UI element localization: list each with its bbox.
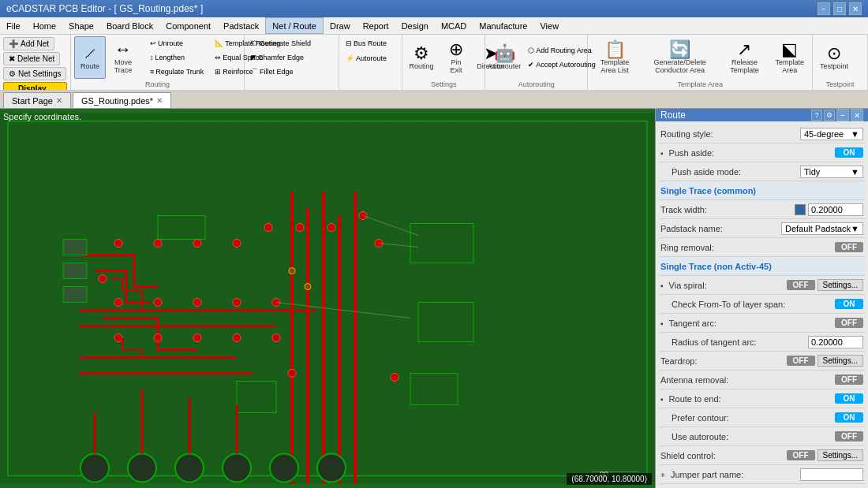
push-aside-row: ▪ Push aside: ON [659, 143, 865, 162]
display-nets-button[interactable]: ◉ Display Nets [3, 82, 67, 91]
svg-point-47 [270, 454, 298, 482]
svg-point-27 [154, 299, 162, 307]
route-panel-help[interactable]: ? [811, 110, 822, 121]
testpoint-button[interactable]: ⊙ Testpoint [816, 36, 852, 79]
via-spiral-toggle[interactable]: OFF [787, 280, 815, 290]
check-from-to-toggle[interactable]: ON [835, 299, 863, 309]
menu-board-block[interactable]: Board Block [100, 17, 159, 34]
panel-close[interactable]: ✕ [851, 109, 863, 121]
delete-net-button[interactable]: ✖ Delete Net [3, 52, 60, 65]
close-start-page[interactable]: ✕ [56, 96, 62, 105]
track-width-input[interactable] [808, 203, 863, 216]
pin-exit-button[interactable]: ⊕ Pin Exit [440, 36, 472, 79]
route-to-end-toggle[interactable]: ON [835, 393, 863, 404]
menu-report[interactable]: Report [357, 17, 395, 34]
route-button[interactable]: ⟋ Route [74, 36, 106, 79]
chevron-down-icon-3: ▼ [851, 224, 859, 233]
pcb-canvas[interactable]: 90 [0, 109, 655, 488]
menu-home[interactable]: Home [27, 17, 62, 34]
chamfer-edge-button[interactable]: ◤ Chamfer Edge [248, 52, 307, 63]
testpoint-group-label: Testpoint [816, 79, 864, 88]
menu-file[interactable]: File [0, 17, 27, 34]
antenna-removal-toggle[interactable]: OFF [835, 374, 863, 385]
net-settings-button[interactable]: ⚙ Net Settings [3, 67, 66, 80]
coord-display: (68.70000, 10.80000) [567, 473, 652, 485]
chevron-down-icon: ▼ [851, 129, 859, 139]
route-panel-header: Route ? ⚙ − ✕ [656, 109, 868, 121]
bus-icon: ⊟ [346, 39, 352, 47]
svg-point-44 [128, 454, 156, 482]
push-aside-mode-dropdown[interactable]: Tidy ▼ [800, 166, 863, 178]
svg-point-19 [233, 240, 241, 248]
add-routing-area-button[interactable]: ⬡ Add Routing Area [525, 45, 595, 56]
via-spiral-settings-btn[interactable]: Settings... [817, 279, 863, 291]
routing-style-dropdown[interactable]: 45-degree ▼ [800, 128, 863, 140]
unroute-icon: ↩ [150, 39, 156, 47]
canvas-area[interactable]: Specify coordinates. [0, 109, 655, 488]
teardrop-toggle[interactable]: OFF [787, 356, 815, 366]
menu-component[interactable]: Component [159, 17, 217, 34]
lengthen-button[interactable]: ↕ Lengthen [147, 52, 188, 63]
push-aside-toggle[interactable]: ON [835, 147, 863, 158]
tangent-arc-toggle[interactable]: OFF [835, 318, 863, 328]
toolbar-area: ➕ Add Net ✖ Delete Net ⚙ Net Settings ◉ … [0, 35, 868, 91]
jumper-part-row: + Jumper part name: [659, 465, 865, 484]
add-net-button[interactable]: ➕ Add Net [3, 37, 54, 50]
menu-mcad[interactable]: MCAD [435, 17, 473, 34]
tangent-arc-label: ▪ Tangent arc: [660, 319, 835, 328]
menu-shape[interactable]: Shape [62, 17, 100, 34]
menu-design[interactable]: Design [395, 17, 435, 34]
check-from-to-label: Check From-To of layer span: [672, 300, 835, 309]
minimize-button[interactable]: − [817, 2, 830, 15]
menu-view[interactable]: View [533, 17, 565, 34]
fillet-edge-button[interactable]: ⌒ Fillet Edge [248, 65, 297, 79]
routing-style-label: Routing style: [660, 129, 800, 139]
padstack-name-row: Padstack name: Default Padstack ▼ [659, 219, 865, 238]
svg-point-32 [154, 334, 162, 342]
svg-point-28 [193, 299, 201, 307]
shield-control-toggle[interactable]: OFF [787, 450, 815, 460]
delete-icon: ✖ [9, 54, 15, 63]
padstack-name-dropdown[interactable]: Default Padstack ▼ [781, 222, 863, 235]
bus-route-button[interactable]: ⊟ Bus Route [342, 38, 390, 49]
menu-net-route[interactable]: Net / Route [265, 17, 324, 34]
maximize-button[interactable]: □ [833, 2, 846, 15]
close-button[interactable]: ✕ [849, 2, 862, 15]
push-aside-mode-label: Push aside mode: [672, 167, 800, 177]
menu-padstack[interactable]: Padstack [217, 17, 265, 34]
regulate-trunk-button[interactable]: ≡ Regulate Trunk [147, 66, 207, 77]
jumper-part-input[interactable] [800, 468, 863, 481]
tab-routing-file[interactable]: GS_Routing.pdes* ✕ [73, 92, 171, 108]
title-bar-controls: − □ ✕ [817, 2, 862, 15]
prefer-contour-toggle[interactable]: ON [835, 412, 863, 423]
panel-minimize[interactable]: − [836, 109, 849, 121]
radius-tangent-input[interactable] [808, 336, 863, 348]
ring-removal-toggle[interactable]: OFF [835, 242, 863, 252]
pin-exit-icon: ⊕ [449, 41, 463, 58]
generate-shield-button[interactable]: 🛡 Generate Shield [248, 38, 314, 49]
radius-tangent-row: Radius of tangent arc: [659, 333, 865, 352]
svg-point-37 [288, 370, 296, 378]
tab-bar: Start Page ✕ GS_Routing.pdes* ✕ [0, 91, 868, 109]
autoroute-icon: ⚡ [346, 54, 354, 62]
autoroute-button[interactable]: ⚡ Autoroute [342, 53, 390, 64]
menu-manufacture[interactable]: Manufacture [473, 17, 533, 34]
autorouter-button[interactable]: 🤖 Autorouter [488, 36, 520, 79]
shield-settings-btn[interactable]: Settings... [817, 449, 863, 461]
tab-start-page[interactable]: Start Page ✕ [3, 92, 71, 108]
generate-delete-button[interactable]: 🔄 Generate/Delete Conductor Area [642, 36, 719, 79]
close-routing-file[interactable]: ✕ [156, 96, 163, 105]
use-autoroute-toggle[interactable]: OFF [835, 431, 863, 441]
svg-rect-13 [63, 240, 87, 255]
move-trace-button[interactable]: ↔ Move Trace [107, 36, 139, 79]
track-width-color [795, 204, 806, 215]
template-area-list-button[interactable]: 📋 Template Area List [591, 36, 638, 79]
template-area-2-button[interactable]: ⬕ Template Area [771, 36, 809, 79]
teardrop-settings-btn[interactable]: Settings... [817, 355, 863, 367]
route-panel-settings-icon[interactable]: ⚙ [824, 110, 835, 121]
menu-draw[interactable]: Draw [324, 17, 357, 34]
unroute-button[interactable]: ↩ Unroute [147, 38, 186, 49]
svg-rect-15 [63, 287, 87, 303]
release-template-button[interactable]: ↗ Release Template [721, 36, 767, 79]
routing-settings-button[interactable]: ⚙ Routing [406, 36, 437, 79]
